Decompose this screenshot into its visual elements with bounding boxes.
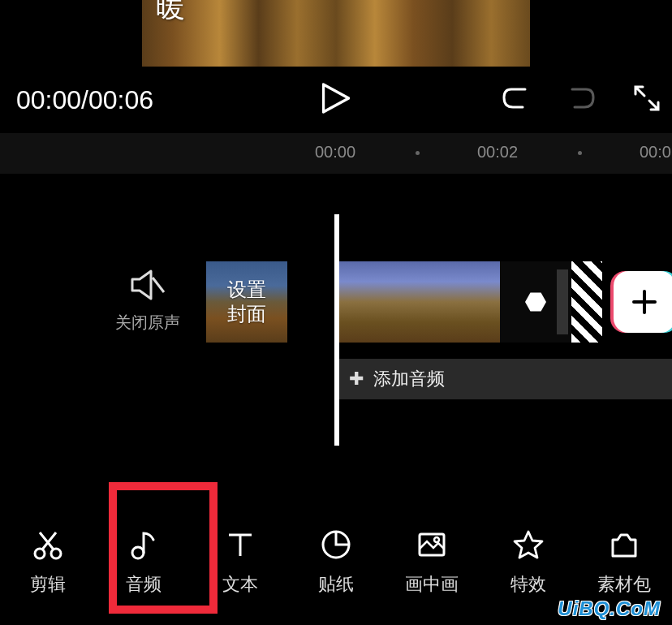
ruler-mark-2: 00:0 [640,143,671,162]
redo-button[interactable] [566,85,596,114]
video-clip[interactable] [571,261,602,343]
bottom-toolbar: 剪辑 音频 文本 贴纸 画中画 特效 素材包 [0,523,672,601]
pip-icon [384,527,480,562]
time-display: 00:00/00:06 [16,85,153,115]
tool-label: 素材包 [576,572,672,597]
tool-material[interactable]: 素材包 [576,527,672,597]
tool-text[interactable]: 文本 [192,527,288,597]
video-clip[interactable] [339,261,419,343]
timeline: 关闭原声 设置封面 ✚ 添加音频 [0,214,672,446]
video-preview[interactable]: 暖 [142,0,530,67]
plus-icon: ✚ [349,369,364,390]
tool-cut[interactable]: 剪辑 [0,527,96,597]
ruler-mark-0: 00:00 [315,143,355,162]
hexagon-icon [525,291,546,312]
star-icon [480,527,575,562]
tool-label: 画中画 [384,572,480,597]
tool-sticker[interactable]: 贴纸 [288,527,384,597]
svg-line-5 [42,532,56,550]
play-button[interactable] [322,83,350,117]
material-icon [576,527,672,562]
svg-line-6 [40,532,54,550]
svg-line-0 [153,278,164,292]
text-icon [192,527,288,562]
time-ruler[interactable]: 00:00 00:02 00:0 [0,133,672,174]
mute-original-button[interactable]: 关闭原声 [115,269,180,334]
video-clip[interactable] [419,261,500,343]
add-audio-label: 添加音频 [373,367,445,391]
tool-label: 贴纸 [288,572,384,597]
ruler-mark-1: 00:02 [477,143,518,162]
current-time: 00:00 [16,85,81,114]
tool-label: 音频 [96,572,192,597]
sticker-icon [288,527,384,562]
tool-label: 文本 [192,572,288,597]
add-audio-track[interactable]: ✚ 添加音频 [339,359,672,399]
add-clip-button[interactable] [614,271,672,333]
music-note-icon [96,527,192,562]
svg-point-11 [434,537,439,542]
total-time: 00:06 [88,85,153,114]
scissors-icon [0,527,96,562]
plus-icon [631,288,658,316]
tool-pip[interactable]: 画中画 [384,527,480,597]
add-clip-wrap [604,261,672,343]
playback-bar: 00:00/00:06 [0,80,672,120]
watermark: UiBQ.CoM [558,597,661,620]
speaker-mute-icon [130,269,166,300]
ruler-dot [416,151,420,155]
set-cover-button[interactable]: 设置封面 [206,261,287,343]
tool-effect[interactable]: 特效 [480,527,575,597]
undo-button[interactable] [502,85,531,114]
fullscreen-button[interactable] [633,84,661,115]
cover-label: 设置封面 [227,278,266,326]
svg-point-7 [132,547,144,558]
tool-label: 特效 [480,572,575,597]
tool-label: 剪辑 [0,572,96,597]
video-clip[interactable] [500,261,571,343]
mute-label: 关闭原声 [115,312,180,334]
tool-audio[interactable]: 音频 [96,527,192,597]
ruler-dot [578,151,582,155]
